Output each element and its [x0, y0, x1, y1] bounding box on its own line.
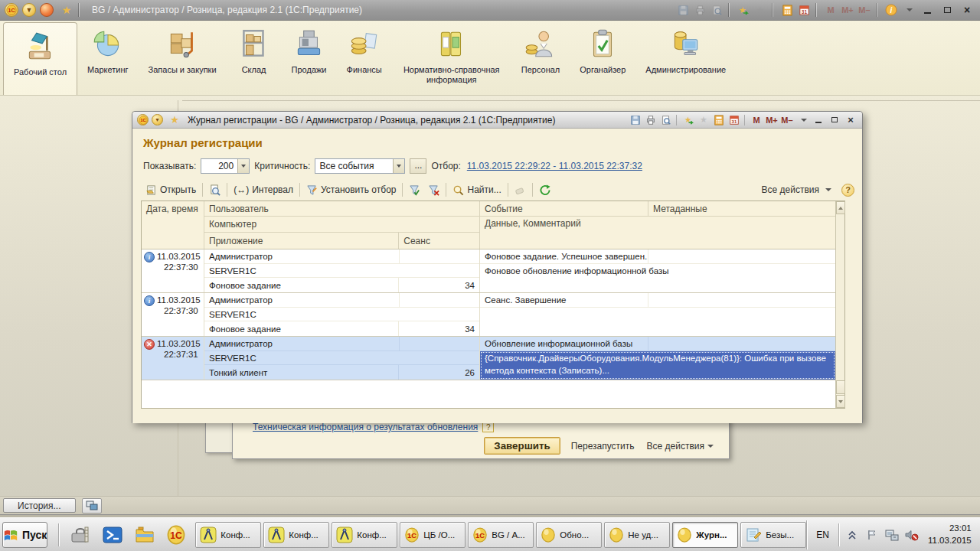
- info-button[interactable]: i: [884, 2, 899, 18]
- save-button[interactable]: [629, 113, 642, 127]
- ribbon-tab-warehouse[interactable]: Склад: [227, 21, 282, 95]
- column-header-datetime[interactable]: Дата, время: [142, 201, 204, 249]
- volume-muted-icon[interactable]: [905, 528, 919, 542]
- table-row[interactable]: i 11.03.201522:37:30 Администратор SERVE…: [142, 249, 835, 293]
- view-event-button[interactable]: [205, 183, 224, 197]
- taskbar-button-obno[interactable]: Обно...: [536, 522, 602, 548]
- table-row[interactable]: i 11.03.201522:37:30 Администратор SERVE…: [142, 293, 835, 337]
- ribbon-tab-desktop[interactable]: Рабочий стол: [3, 22, 77, 95]
- set-filter-button[interactable]: Установить отбор: [302, 183, 400, 197]
- calendar-button[interactable]: 31: [727, 113, 741, 127]
- help-icon[interactable]: ?: [482, 422, 494, 432]
- restore-button[interactable]: [939, 3, 956, 17]
- favorites-star-button[interactable]: ★: [59, 2, 74, 18]
- ribbon-tab-finance[interactable]: Финансы: [337, 21, 392, 95]
- powershell-icon[interactable]: [102, 524, 123, 546]
- filter-period-link[interactable]: 11.03.2015 22:29:22 - 11.03.2015 22:37:3…: [467, 161, 642, 171]
- memory-minus-button[interactable]: M–: [858, 5, 870, 15]
- table-row-selected[interactable]: ✕ 11.03.201522:37:31 Администратор SERVE…: [142, 337, 835, 380]
- close-button[interactable]: ×: [844, 114, 858, 126]
- show-hidden-icons-button[interactable]: [845, 528, 859, 542]
- save-button[interactable]: [675, 2, 691, 18]
- ribbon-tab-marketing[interactable]: Маркетинг: [77, 21, 138, 95]
- taskbar-button-neud[interactable]: Не уд...: [604, 522, 670, 548]
- severity-more-button[interactable]: ...: [410, 158, 426, 174]
- start-button[interactable]: Пуск: [2, 522, 47, 548]
- server-manager-icon[interactable]: [70, 524, 91, 546]
- open-button[interactable]: Открыть: [142, 183, 200, 197]
- clear-filter-button[interactable]: [424, 183, 443, 197]
- history-button[interactable]: История...: [3, 498, 76, 513]
- favorites-star-button[interactable]: ★: [168, 113, 181, 127]
- refresh-button[interactable]: [535, 183, 554, 197]
- close-button[interactable]: ×: [959, 3, 975, 17]
- technical-info-link[interactable]: Техническая информация о результатах обн…: [253, 422, 478, 432]
- ribbon-tab-sales[interactable]: Продажи: [282, 21, 337, 95]
- minimize-button[interactable]: [812, 114, 825, 126]
- column-header-metadata[interactable]: Метаданные: [648, 201, 835, 216]
- maximize-button[interactable]: [828, 114, 841, 126]
- language-indicator[interactable]: EN: [813, 528, 832, 542]
- update-all-actions-button[interactable]: Все действия: [645, 439, 715, 454]
- ribbon-tab-personnel[interactable]: Персонал: [511, 21, 570, 95]
- table-scrollbar[interactable]: [835, 201, 844, 408]
- taskbar-button-journal-active[interactable]: Журн...: [672, 522, 738, 548]
- column-header-user[interactable]: Пользователь: [204, 201, 480, 216]
- apply-filter-button[interactable]: [405, 183, 424, 197]
- add-favorite-button[interactable]: ★: [736, 2, 751, 18]
- preview-button[interactable]: [709, 2, 724, 18]
- column-header-session[interactable]: Сеанс: [399, 233, 479, 249]
- 1c-egg-icon[interactable]: 1С: [166, 524, 186, 546]
- column-header-application[interactable]: Приложение: [204, 233, 399, 249]
- scroll-down-button[interactable]: [836, 395, 845, 408]
- print-button[interactable]: [692, 2, 707, 18]
- memory-recall-button[interactable]: M: [827, 5, 834, 15]
- calculator-button[interactable]: [712, 113, 726, 127]
- network-icon[interactable]: [885, 528, 899, 542]
- scroll-up-button[interactable]: [836, 201, 845, 214]
- memory-minus-button[interactable]: M–: [781, 116, 792, 125]
- taskbar-button-notepad[interactable]: Безы...: [740, 522, 806, 548]
- restart-button[interactable]: Перезапустить: [570, 439, 636, 454]
- more-commands-button[interactable]: [795, 113, 809, 127]
- preview-button[interactable]: [659, 113, 673, 127]
- action-center-flag-icon[interactable]: [865, 528, 879, 542]
- show-count-combobox[interactable]: 200: [201, 158, 250, 174]
- severity-combobox[interactable]: Все события: [315, 158, 405, 174]
- finish-button[interactable]: Завершить: [484, 437, 560, 455]
- ribbon-tab-inventory-purchasing[interactable]: Запасы и закупки: [139, 21, 227, 95]
- taskbar-button-cb[interactable]: 1С ЦБ /О...: [400, 522, 466, 548]
- ribbon-tab-reference-info[interactable]: Нормативно-справочная информация: [392, 21, 511, 95]
- explorer-folder-icon[interactable]: [134, 524, 155, 546]
- windows-list-button[interactable]: [82, 498, 102, 514]
- favorites-page-button[interactable]: ★: [753, 2, 768, 18]
- favorites-page-button[interactable]: ★: [697, 113, 710, 127]
- add-favorite-button[interactable]: ★: [681, 113, 695, 127]
- calculator-button[interactable]: [779, 2, 795, 18]
- memory-recall-button[interactable]: M: [753, 116, 760, 125]
- main-menu-button[interactable]: ▼: [22, 3, 36, 17]
- memory-plus-button[interactable]: M+: [766, 116, 778, 125]
- print-button[interactable]: [644, 113, 658, 127]
- minimize-button[interactable]: [919, 3, 936, 17]
- interval-button[interactable]: (↔) Интервал: [230, 183, 297, 197]
- taskbar-button-configurator-2[interactable]: Конф...: [263, 522, 329, 548]
- calendar-button[interactable]: 31: [796, 2, 812, 18]
- tray-clock[interactable]: 23:01 11.03.2015: [925, 523, 976, 546]
- journal-all-actions-button[interactable]: Все действия: [758, 183, 835, 197]
- window-menu-button[interactable]: ▼: [152, 114, 163, 126]
- help-button[interactable]: ?: [841, 184, 854, 197]
- scroll-thumb[interactable]: [836, 380, 845, 394]
- service-circle-button[interactable]: [40, 3, 54, 17]
- column-header-event[interactable]: Событие: [480, 201, 648, 216]
- info-dropdown-button[interactable]: [900, 2, 916, 18]
- 1c-logo-button[interactable]: 1С: [5, 3, 18, 17]
- memory-plus-button[interactable]: M+: [841, 5, 854, 15]
- taskbar-button-configurator-3[interactable]: Конф...: [332, 522, 397, 548]
- taskbar-button-configurator-1[interactable]: Конф...: [195, 522, 261, 548]
- column-header-computer[interactable]: Компьютер: [204, 217, 479, 232]
- taskbar-button-bg[interactable]: 1С BG / А...: [468, 522, 534, 548]
- ribbon-tab-administration[interactable]: Администрирование: [635, 21, 736, 95]
- ribbon-tab-organizer[interactable]: Органайзер: [570, 21, 635, 95]
- 1c-logo-button[interactable]: 1С: [137, 114, 149, 126]
